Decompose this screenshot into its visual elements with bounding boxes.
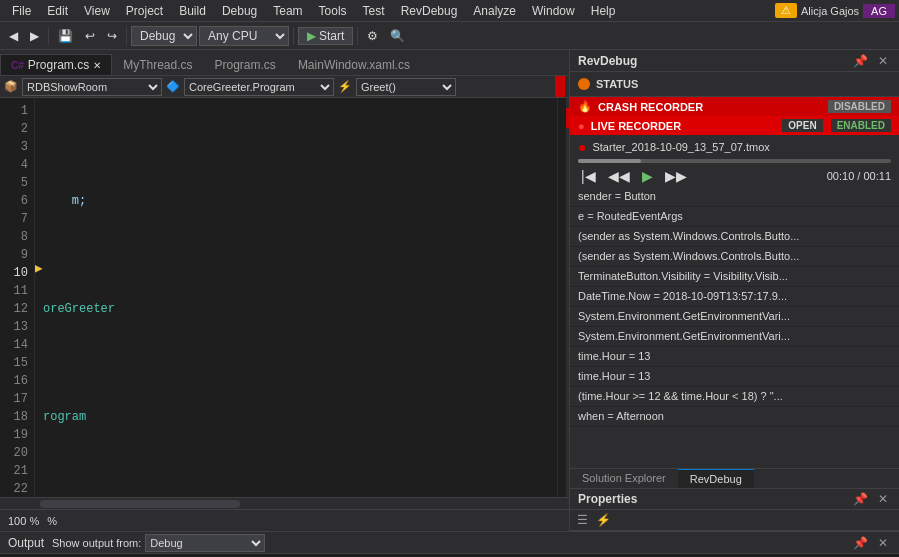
crash-status-badge: DISABLED (828, 100, 891, 113)
ln-4: 4 (0, 156, 28, 174)
start-label: Start (319, 29, 344, 43)
ln-9: 9 (0, 246, 28, 264)
crash-recorder-row: 🔥 CRASH RECORDER DISABLED (570, 97, 899, 116)
revdebug-title: RevDebug (578, 54, 637, 68)
panel-pin-button[interactable]: 📌 (850, 53, 871, 69)
revdebug-bottom-tab[interactable]: RevDebug (678, 469, 754, 488)
live-open-badge[interactable]: OPEN (782, 119, 822, 132)
redo-button[interactable]: ↪ (102, 26, 122, 46)
props-btn-2[interactable]: ⚡ (593, 512, 614, 528)
properties-pin-button[interactable]: 📌 (850, 491, 871, 507)
menu-analyze[interactable]: Analyze (465, 2, 524, 20)
menu-window[interactable]: Window (524, 2, 583, 20)
tab-program-cs-1[interactable]: C# Program.cs ✕ (0, 54, 112, 75)
solution-explorer-tab[interactable]: Solution Explorer (570, 469, 678, 488)
menu-file[interactable]: File (4, 2, 39, 20)
save-button[interactable]: 💾 (53, 26, 78, 46)
tab-program-cs-2[interactable]: Program.cs (204, 54, 287, 75)
menu-right: ⚠ Alicja Gajos AG (775, 3, 895, 18)
crash-recorder-label: 🔥 CRASH RECORDER (578, 100, 703, 113)
start-button[interactable]: ▶ Start (298, 27, 353, 45)
menu-debug[interactable]: Debug (214, 2, 265, 20)
namespace-dropdown[interactable]: CoreGreeter.Program (184, 78, 334, 96)
panel-close-button[interactable]: ✕ (875, 53, 891, 69)
ln-20: 20 (0, 444, 28, 462)
menu-revdebug[interactable]: RevDebug (393, 2, 466, 20)
code-line-3: oreGreeter (43, 300, 557, 318)
debug-arrow: ▶ (35, 260, 43, 278)
undo-button[interactable]: ↩ (80, 26, 100, 46)
editor-scroll[interactable]: 1 2 3 4 5 6 7 8 9 10 11 12 13 14 15 16 1 (0, 98, 569, 497)
live-recorder-label: ● LIVE RECORDER (578, 120, 681, 132)
tab-mythread-cs[interactable]: MyThread.cs (112, 54, 203, 75)
recorder-file-row: ● Starter_2018-10-09_13_57_07.tmox (570, 135, 899, 159)
step-back-button[interactable]: ◀◀ (605, 167, 633, 185)
menu-view[interactable]: View (76, 2, 118, 20)
editor-mini-scrollbar[interactable] (557, 98, 569, 497)
status-dot (578, 78, 590, 90)
props-btn-1[interactable]: ☰ (574, 512, 591, 528)
editor-hscrollbar[interactable] (0, 497, 569, 509)
output-close-button[interactable]: ✕ (875, 535, 891, 551)
editor-area: C# Program.cs ✕ MyThread.cs Program.cs M… (0, 50, 569, 531)
ln-14: 14 (0, 336, 28, 354)
ln-6: 6 (0, 192, 28, 210)
var-item-10: (time.Hour >= 12 && time.Hour < 18) ? ".… (570, 387, 899, 407)
user-avatar[interactable]: AG (863, 4, 895, 18)
menu-team[interactable]: Team (265, 2, 310, 20)
menu-edit[interactable]: Edit (39, 2, 76, 20)
sep1 (48, 27, 49, 45)
scroll-indicator (555, 76, 565, 97)
live-badges: OPEN ENABLED (782, 119, 891, 132)
ln-12: 12 (0, 300, 28, 318)
status-row: STATUS (578, 78, 891, 90)
code-area[interactable]: ▶ m; oreGreeter rogram otice, that varia… (35, 98, 557, 497)
sep4 (357, 27, 358, 45)
tab-label-program-cs-1: Program.cs (28, 58, 89, 72)
back-button[interactable]: ◀ (4, 26, 23, 46)
menu-help[interactable]: Help (583, 2, 624, 20)
step-forward-button[interactable]: ▶▶ (662, 167, 690, 185)
ln-1: 1 (0, 102, 28, 120)
ln-11: 11 (0, 282, 28, 300)
menu-tools[interactable]: Tools (311, 2, 355, 20)
properties-close-button[interactable]: ✕ (875, 491, 891, 507)
zoom-separator: % (47, 515, 57, 527)
toolbar-btn-misc1[interactable]: ⚙ (362, 26, 383, 46)
cpu-dropdown[interactable]: Any CPU (199, 26, 289, 46)
output-pin-button[interactable]: 📌 (850, 535, 871, 551)
properties-title: Properties (578, 492, 637, 506)
forward-button[interactable]: ▶ (25, 26, 44, 46)
code-line-1: m; (43, 192, 557, 210)
play-button[interactable]: ▶ (639, 167, 656, 185)
tab-icon-cs: C# (11, 60, 24, 71)
class-dropdown[interactable]: RDBShowRoom (22, 78, 162, 96)
tab-close-program-cs-1[interactable]: ✕ (93, 60, 101, 71)
properties-toolbar: ☰ ⚡ (570, 510, 899, 531)
menu-build[interactable]: Build (171, 2, 214, 20)
code-line-6 (43, 462, 557, 480)
method-dropdown[interactable]: Greet() (356, 78, 456, 96)
menu-test[interactable]: Test (355, 2, 393, 20)
tab-mainwindow-xaml[interactable]: MainWindow.xaml.cs (287, 54, 421, 75)
hscroll-thumb (40, 500, 240, 508)
var-item-9: time.Hour = 13 (570, 367, 899, 387)
status-section: STATUS (570, 72, 899, 97)
var-item-2: (sender as System.Windows.Controls.Butto… (570, 227, 899, 247)
live-icon: ● (578, 120, 585, 132)
ln-18: 18 (0, 408, 28, 426)
ln-5: 5 (0, 174, 28, 192)
tab-label-mainwindow-xaml: MainWindow.xaml.cs (298, 58, 410, 72)
var-item-11: when = Afternoon (570, 407, 899, 427)
menu-project[interactable]: Project (118, 2, 171, 20)
skip-back-button[interactable]: |◀ (578, 167, 599, 185)
ln-21: 21 (0, 462, 28, 480)
toolbar-btn-misc2[interactable]: 🔍 (385, 26, 410, 46)
variables-list[interactable]: sender = Button e = RoutedEventArgs (sen… (570, 187, 899, 468)
debug-config-dropdown[interactable]: Debug (131, 26, 197, 46)
time-display: 00:10 / 00:11 (827, 170, 891, 182)
show-from-select[interactable]: Debug (145, 534, 265, 552)
var-item-3: (sender as System.Windows.Controls.Butto… (570, 247, 899, 267)
output-panel: Output Show output from: Debug 📌 ✕ (0, 531, 899, 557)
time-current: 00:10 (827, 170, 855, 182)
